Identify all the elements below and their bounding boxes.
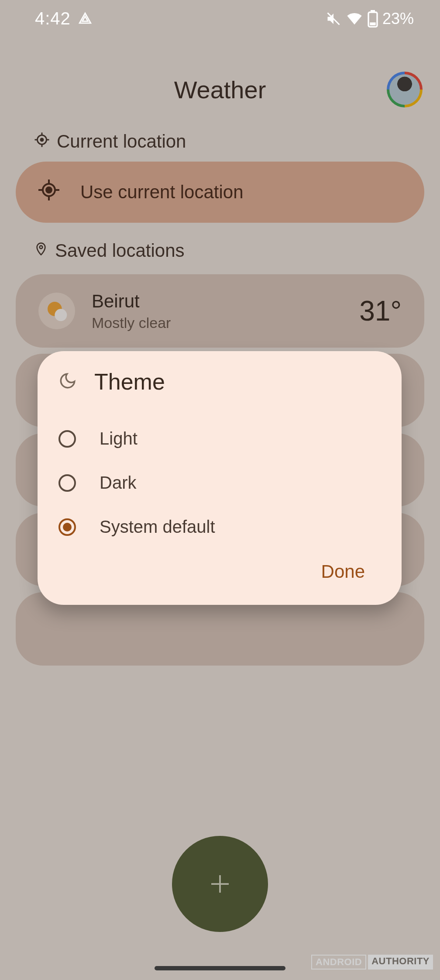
theme-option-label: Light [100, 429, 138, 449]
theme-option-label: Dark [100, 473, 136, 493]
svg-rect-2 [371, 10, 375, 12]
location-condition: Mostly clear [92, 314, 359, 331]
use-current-location-button[interactable]: Use current location [16, 162, 424, 223]
svg-point-11 [46, 187, 52, 193]
theme-option-system-default[interactable]: System default [57, 505, 382, 549]
app-header: Weather [0, 63, 440, 116]
location-temperature: 31° [359, 295, 402, 327]
status-bar: 4:42 23% [0, 0, 440, 37]
pin-icon [34, 240, 48, 261]
battery-text: 23% [382, 10, 414, 28]
svg-point-16 [40, 246, 43, 249]
location-card[interactable]: Beirut Mostly clear 31° [16, 274, 424, 348]
profile-avatar[interactable] [388, 72, 422, 107]
battery-icon [368, 10, 378, 28]
svg-point-5 [41, 138, 43, 141]
navigation-handle[interactable] [155, 966, 285, 970]
wifi-icon [346, 10, 363, 28]
page-title: Weather [174, 76, 266, 104]
svg-rect-3 [370, 22, 375, 25]
use-current-location-label: Use current location [80, 182, 244, 203]
location-city: Beirut [92, 291, 359, 312]
dialog-title: Theme [94, 369, 165, 395]
current-location-section-label: Current location [0, 131, 440, 152]
target-icon [34, 131, 50, 152]
theme-option-label: System default [100, 517, 215, 537]
target-icon [38, 179, 59, 205]
svg-point-18 [55, 309, 67, 321]
theme-option-light[interactable]: Light [57, 417, 382, 461]
radio-icon [58, 474, 76, 492]
radio-icon [58, 430, 76, 448]
moon-icon [58, 372, 77, 392]
mute-icon [326, 11, 341, 27]
status-time: 4:42 [35, 9, 71, 28]
weather-icon-mostly-clear [38, 293, 75, 329]
watermark: ANDROID AUTHORITY [311, 955, 433, 970]
saved-locations-section-label: Saved locations [0, 240, 440, 261]
done-button[interactable]: Done [321, 561, 365, 582]
add-location-fab[interactable] [172, 836, 268, 932]
radio-icon-selected [58, 518, 76, 536]
theme-option-dark[interactable]: Dark [57, 461, 382, 505]
drive-icon [78, 11, 93, 26]
theme-dialog: Theme Light Dark System default Done [38, 351, 402, 605]
